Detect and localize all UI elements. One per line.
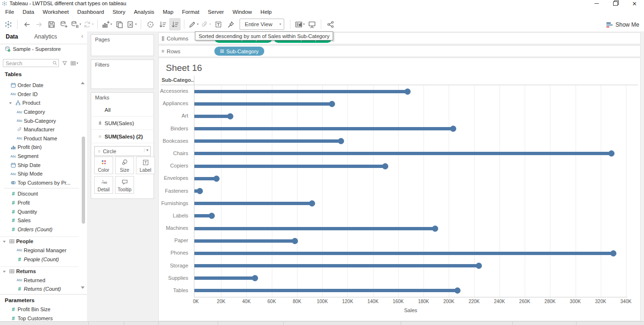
bar-bookcases[interactable] [194,139,341,143]
bar-tables[interactable] [194,289,458,292]
marks-item-sum-sales-2[interactable]: ○SUM(Sales) (2) [91,130,154,143]
bar-phones[interactable] [194,252,613,255]
field-returns-count[interactable]: #Returns (Count) [0,285,79,294]
category-label-copiers[interactable]: Copiers [170,163,188,168]
bar-art[interactable] [194,115,230,118]
redo-button[interactable] [33,18,45,30]
circle-mark-furnishings[interactable] [309,200,315,207]
color-button[interactable]: Color [94,157,113,174]
field-top-customers[interactable]: #Top Customers [0,314,87,321]
circle-mark-accessories[interactable] [404,89,411,95]
circle-mark-phones[interactable] [610,250,616,256]
field-order-id[interactable]: AbcOrder ID [0,90,79,99]
category-label-phones[interactable]: Phones [171,250,188,256]
detail-button[interactable]: Detail [94,176,113,194]
bar-binders[interactable] [194,127,453,130]
pause-auto-updates-button[interactable]: ▾ [70,18,82,30]
bar-copiers[interactable] [194,165,385,168]
menu-item-server[interactable]: Server [203,7,228,17]
chevron-down-icon[interactable] [9,102,12,104]
field-people[interactable]: People [0,236,79,246]
circle-mark-art[interactable] [227,113,233,119]
category-label-art[interactable]: Art [182,113,188,118]
category-label-furnishings[interactable]: Furnishings [161,200,188,206]
field-ship-mode[interactable]: AbcShip Mode [0,169,79,178]
circle-mark-envelopes[interactable] [213,176,220,182]
field-order-date[interactable]: Order Date [0,81,79,90]
search-input[interactable] [3,59,59,67]
field-orders-count[interactable]: #Orders (Count) [0,225,79,234]
bar-appliances[interactable] [194,102,332,106]
circle-mark-appliances[interactable] [329,101,335,107]
category-label-binders[interactable]: Binders [171,126,188,131]
field-people-count[interactable]: #People (Count) [0,255,79,264]
field-product-name[interactable]: AbcProduct Name [0,134,79,143]
field-ship-date[interactable]: Ship Date [0,160,79,169]
axis-title[interactable]: Sales [194,307,627,313]
tab-data[interactable]: Data [6,33,18,40]
field-product[interactable]: Product [0,98,79,108]
menu-item-help[interactable]: Help [256,7,276,17]
field-manufacturer[interactable]: Manufacturer [0,125,79,134]
undo-button[interactable] [21,18,32,30]
bar-accessories[interactable] [194,90,408,93]
bar-chairs[interactable] [194,152,611,155]
pill-sub-category[interactable]: ⊞Sub-Category [214,47,264,56]
category-label-accessories[interactable]: Accessories [160,88,188,94]
category-label-fasteners[interactable]: Fasteners [165,188,188,194]
minimize-button[interactable] [587,0,606,7]
circle-mark-bookcases[interactable] [338,138,344,144]
show-hide-cards-button[interactable]: ▾ [294,18,305,30]
view-options-button[interactable]: ▾ [70,60,78,66]
field-category[interactable]: AbcCategory [0,108,79,117]
highlight-button[interactable]: ▾ [188,18,199,30]
bar-storage[interactable] [194,264,479,267]
category-label-supplies[interactable]: Supplies [168,275,188,281]
show-me-button[interactable]: Show Me [606,20,639,30]
scroll-up-arrow[interactable] [81,82,85,84]
rows-shelf[interactable]: ≡ Rows ⊞Sub-Category [158,45,641,57]
circle-mark-chairs[interactable] [608,150,615,157]
data-source-connection[interactable]: Sample - Superstore [5,46,61,52]
row-header-label[interactable]: Sub-Catego.. [162,77,194,83]
circle-mark-labels[interactable] [209,213,215,219]
circle-mark-tables[interactable] [454,287,461,294]
field-profit-bin[interactable]: Profit (bin) [0,143,79,152]
category-label-appliances[interactable]: Appliances [163,100,188,106]
category-label-machines[interactable]: Machines [166,225,188,231]
tab-analytics[interactable]: Analytics [34,33,57,40]
field-regional-manager[interactable]: AbcRegional Manager [0,246,79,255]
category-label-labels[interactable]: Labels [173,213,188,218]
circle-mark-machines[interactable] [432,226,438,232]
menu-item-dashboard[interactable]: Dashboard [73,7,108,17]
field-profit[interactable]: #Profit [0,198,79,207]
circle-mark-storage[interactable] [476,263,482,269]
label-button[interactable]: Label [136,157,155,174]
category-label-bookcases[interactable]: Bookcases [163,138,188,144]
bar-paper[interactable] [194,239,295,243]
fit-selector-dropdown[interactable]: Entire View▾ [240,19,284,30]
filter-fields-button[interactable] [62,60,67,66]
collapse-pane-icon[interactable]: ‹ [81,33,83,39]
tooltip-button[interactable]: Tooltip [115,176,134,194]
bar-furnishings[interactable] [194,202,312,205]
group-members-button[interactable] [144,18,156,30]
field-discount[interactable]: #Discount [0,189,79,198]
category-label-paper[interactable]: Paper [174,237,188,243]
category-label-envelopes[interactable]: Envelopes [164,175,188,181]
bar-supplies[interactable] [194,276,255,280]
menu-item-data[interactable]: Data [19,7,38,17]
group-button[interactable]: ▾ [200,18,211,30]
share-button[interactable] [325,18,336,30]
scrollbar-thumb[interactable] [82,137,85,224]
category-label-chairs[interactable]: Chairs [173,150,188,156]
size-button[interactable]: Size [115,157,134,174]
circle-mark-supplies[interactable] [252,275,258,281]
show-mark-labels-button[interactable] [212,18,224,30]
menu-item-file[interactable]: File [1,7,19,17]
field-segment[interactable]: AbcSegment [0,152,79,161]
menu-item-map[interactable]: Map [159,7,178,17]
presentation-mode-button[interactable] [306,18,317,30]
scroll-down-arrow[interactable] [81,286,85,289]
field-quantity[interactable]: #Quantity [0,207,79,216]
